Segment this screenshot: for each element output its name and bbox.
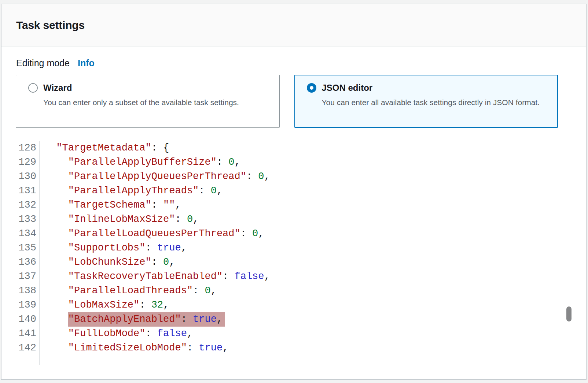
info-link[interactable]: Info bbox=[78, 58, 95, 68]
json-editor-option-card[interactable]: JSON editor You can enter all available … bbox=[294, 75, 558, 128]
panel-content: Editing mode Info Wizard You can enter o… bbox=[1, 47, 586, 365]
line-number: 130 bbox=[1, 170, 40, 184]
code-line[interactable]: 139 "LobMaxSize": 32, bbox=[1, 298, 586, 312]
code-text: "TaskRecoveryTableEnabled": false, bbox=[40, 269, 270, 284]
json-editor-radio[interactable] bbox=[307, 83, 316, 93]
code-line[interactable]: 133 "InlineLobMaxSize": 0, bbox=[1, 212, 586, 227]
wizard-title: Wizard bbox=[43, 83, 72, 93]
panel-header: Task settings bbox=[1, 4, 586, 47]
line-number: 135 bbox=[1, 241, 40, 255]
json-editor-card-header: JSON editor bbox=[307, 83, 551, 93]
code-text: "ParallelApplyBufferSize": 0, bbox=[40, 155, 240, 170]
json-editor-description: You can enter all available task setting… bbox=[322, 96, 542, 109]
gutter-tail bbox=[1, 355, 586, 365]
line-number: 141 bbox=[1, 327, 40, 341]
code-line[interactable]: 129 "ParallelApplyBufferSize": 0, bbox=[1, 155, 586, 170]
page-title: Task settings bbox=[16, 19, 85, 31]
code-line[interactable]: 142 "LimitedSizeLobMode": true, bbox=[1, 341, 586, 355]
code-line[interactable]: 132 "TargetSchema": "", bbox=[1, 198, 586, 212]
line-number: 138 bbox=[1, 284, 40, 298]
code-text: "LimitedSizeLobMode": true, bbox=[40, 341, 228, 355]
code-line[interactable]: 136 "LobChunkSize": 0, bbox=[1, 255, 586, 269]
editing-mode-label: Editing mode bbox=[16, 58, 70, 68]
code-text: "ParallelLoadThreads": 0, bbox=[40, 284, 217, 298]
code-text: "LobMaxSize": 32, bbox=[40, 298, 169, 312]
wizard-radio[interactable] bbox=[28, 83, 38, 93]
json-editor-title: JSON editor bbox=[322, 83, 373, 93]
wizard-option-card[interactable]: Wizard You can enter only a subset of th… bbox=[16, 75, 280, 128]
line-number: 140 bbox=[1, 312, 40, 327]
line-number: 128 bbox=[1, 141, 40, 155]
code-text: "TargetMetadata": { bbox=[40, 141, 169, 155]
line-number: 129 bbox=[1, 155, 40, 170]
code-line[interactable]: 141 "FullLobMode": false, bbox=[1, 327, 586, 341]
editing-mode-options: Wizard You can enter only a subset of th… bbox=[1, 75, 586, 128]
code-text: "ParallelApplyThreads": 0, bbox=[40, 184, 223, 198]
line-number: 139 bbox=[1, 298, 40, 312]
wizard-card-header: Wizard bbox=[28, 83, 272, 93]
code-line[interactable]: 138 "ParallelLoadThreads": 0, bbox=[1, 284, 586, 298]
code-line[interactable]: 128 "TargetMetadata": { bbox=[1, 141, 586, 155]
code-text: "FullLobMode": false, bbox=[40, 327, 193, 341]
code-text: "BatchApplyEnabled": true, bbox=[40, 312, 225, 327]
line-number: 134 bbox=[1, 227, 40, 241]
code-line[interactable]: 140 "BatchApplyEnabled": true, bbox=[1, 312, 586, 327]
code-text: "InlineLobMaxSize": 0, bbox=[40, 212, 199, 227]
line-number: 136 bbox=[1, 255, 40, 269]
code-line[interactable]: 130 "ParallelApplyQueuesPerThread": 0, bbox=[1, 170, 586, 184]
line-number: 132 bbox=[1, 198, 40, 212]
code-text: "SupportLobs": true, bbox=[40, 241, 187, 255]
highlighted-token: "BatchApplyEnabled": true, bbox=[68, 312, 225, 327]
line-number: 133 bbox=[1, 212, 40, 227]
scrollbar-thumb[interactable] bbox=[566, 306, 572, 321]
code-line[interactable]: 135 "SupportLobs": true, bbox=[1, 241, 586, 255]
code-line[interactable]: 137 "TaskRecoveryTableEnabled": false, bbox=[1, 269, 586, 284]
code-line[interactable]: 131 "ParallelApplyThreads": 0, bbox=[1, 184, 586, 198]
code-text: "ParallelApplyQueuesPerThread": 0, bbox=[40, 170, 270, 184]
code-line[interactable]: 134 "ParallelLoadQueuesPerThread": 0, bbox=[1, 227, 586, 241]
line-number: 137 bbox=[1, 269, 40, 284]
editing-mode-row: Editing mode Info bbox=[1, 58, 586, 68]
code-text: "LobChunkSize": 0, bbox=[40, 255, 175, 269]
code-text: "ParallelLoadQueuesPerThread": 0, bbox=[40, 227, 264, 241]
line-number: 131 bbox=[1, 184, 40, 198]
wizard-description: You can enter only a subset of the avail… bbox=[43, 96, 263, 109]
task-settings-panel: Task settings Editing mode Info Wizard Y… bbox=[1, 4, 587, 380]
line-number: 142 bbox=[1, 341, 40, 355]
json-code-editor[interactable]: 128 "TargetMetadata": {129 "ParallelAppl… bbox=[1, 141, 586, 365]
code-text: "TargetSchema": "", bbox=[40, 198, 181, 212]
